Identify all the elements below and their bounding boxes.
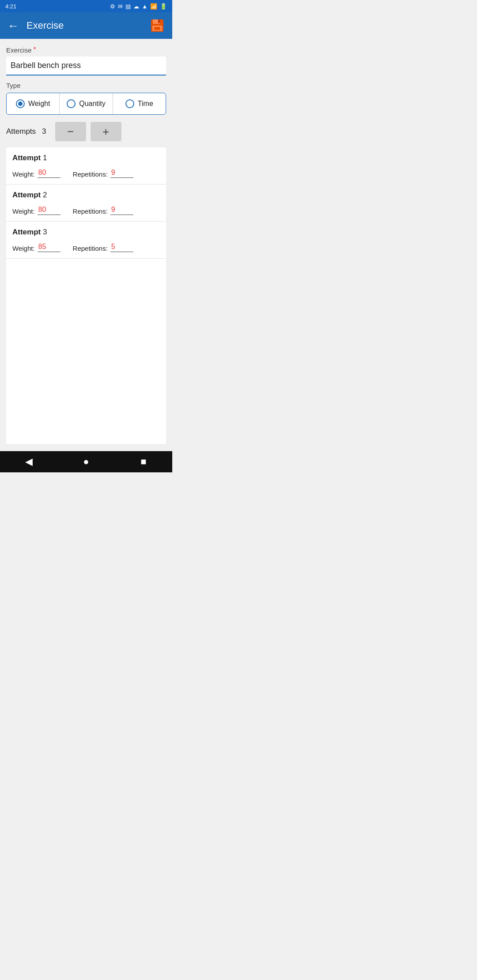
reps-label-1: Repetitions: [73, 170, 108, 178]
battery-icon: 🔋 [160, 3, 167, 10]
weight-label-3: Weight: [12, 245, 35, 252]
attempt-header-label-3: Attempt [12, 228, 41, 236]
reps-group-2: Repetitions: [73, 205, 133, 215]
reps-input-2[interactable] [110, 205, 133, 215]
status-time: 4:21 [5, 3, 16, 10]
nav-bar: ◀ ● ■ [0, 451, 172, 472]
attempt-fields-3: Weight: Repetitions: [6, 239, 166, 258]
radio-label-time: Time [138, 100, 153, 108]
reps-label-2: Repetitions: [73, 207, 108, 215]
exercise-label: Exercise * [6, 46, 166, 54]
wifi-icon: ▲ [142, 3, 148, 10]
radio-weight[interactable]: Weight [7, 93, 60, 114]
decrement-attempts-button[interactable]: − [55, 122, 86, 141]
radio-circle-quantity [67, 99, 76, 108]
attempt-number-3: 3 [43, 228, 47, 236]
attempt-header-3: Attempt 3 [6, 222, 166, 239]
radio-label-quantity: Quantity [79, 100, 106, 108]
reps-input-1[interactable] [110, 168, 133, 178]
attempt-fields-2: Weight: Repetitions: [6, 202, 166, 221]
decrement-icon: − [67, 125, 74, 139]
attempts-section: Attempts 3 − + [6, 122, 166, 141]
attempt-fields-1: Weight: Repetitions: [6, 165, 166, 184]
type-radio-group: Weight Quantity Time [6, 93, 166, 115]
weight-label-2: Weight: [12, 207, 35, 215]
reps-group-1: Repetitions: [73, 168, 133, 178]
svg-rect-4 [154, 27, 160, 30]
attempts-label: Attempts [6, 127, 36, 136]
radio-circle-weight [16, 99, 25, 108]
increment-attempts-button[interactable]: + [91, 122, 121, 141]
increment-icon: + [102, 125, 109, 139]
nav-home-button[interactable]: ● [57, 451, 115, 472]
nav-home-icon: ● [83, 456, 89, 467]
radio-circle-time [125, 99, 134, 108]
exercise-input[interactable] [6, 57, 166, 75]
app-bar: ← Exercise [0, 12, 172, 39]
radio-label-weight: Weight [28, 100, 50, 108]
nav-back-icon: ◀ [25, 456, 33, 467]
attempt-header-2: Attempt 2 [6, 185, 166, 202]
attempt-number-1: 1 [43, 154, 47, 162]
attempt-block-1: Attempt 1 Weight: Repetitions: [6, 147, 166, 185]
attempt-header-1: Attempt 1 [6, 147, 166, 165]
attempt-header-label-2: Attempt [12, 191, 41, 199]
save-button[interactable] [148, 16, 167, 35]
nav-recent-icon: ■ [140, 456, 146, 467]
signal-icon: 📶 [150, 3, 157, 10]
attempt-block-2: Attempt 2 Weight: Repetitions: [6, 185, 166, 222]
attempt-number-2: 2 [43, 191, 47, 199]
svg-rect-2 [158, 19, 160, 23]
sim-icon: ▤ [125, 3, 131, 10]
attempt-block-3: Attempt 3 Weight: Repetitions: [6, 222, 166, 259]
card-spacer [6, 259, 166, 444]
page-title: Exercise [26, 20, 142, 31]
radio-time[interactable]: Time [113, 93, 166, 114]
reps-input-3[interactable] [110, 242, 133, 252]
exercise-field-section: Exercise * [6, 46, 166, 75]
save-icon [150, 19, 164, 33]
cloud-icon: ☁ [133, 3, 139, 10]
weight-input-2[interactable] [38, 205, 61, 215]
type-label: Type [6, 82, 166, 89]
weight-group-2: Weight: [12, 205, 61, 215]
nav-recent-button[interactable]: ■ [115, 451, 172, 472]
radio-quantity[interactable]: Quantity [60, 93, 113, 114]
reps-group-3: Repetitions: [73, 242, 133, 252]
back-button[interactable]: ← [5, 18, 21, 34]
status-bar: 4:21 ⚙ ✉ ▤ ☁ ▲ 📶 🔋 [0, 0, 172, 12]
attempt-header-label-1: Attempt [12, 154, 41, 162]
weight-label-1: Weight: [12, 170, 35, 178]
settings-icon: ⚙ [110, 3, 115, 10]
main-content: Exercise * Type Weight Quantity Time [0, 39, 172, 451]
nav-back-button[interactable]: ◀ [0, 451, 57, 472]
email-icon: ✉ [118, 3, 123, 10]
back-icon: ← [8, 19, 19, 33]
weight-input-3[interactable] [38, 242, 61, 252]
status-icons: ⚙ ✉ ▤ ☁ ▲ 📶 🔋 [110, 3, 167, 10]
required-marker: * [34, 46, 36, 54]
type-section: Type Weight Quantity Time [6, 82, 166, 115]
weight-input-1[interactable] [38, 168, 61, 178]
reps-label-3: Repetitions: [73, 245, 108, 252]
weight-group-1: Weight: [12, 168, 61, 178]
attempts-count: 3 [42, 127, 46, 136]
weight-group-3: Weight: [12, 242, 61, 252]
attempts-card: Attempt 1 Weight: Repetitions: Attempt 2 [6, 147, 166, 444]
